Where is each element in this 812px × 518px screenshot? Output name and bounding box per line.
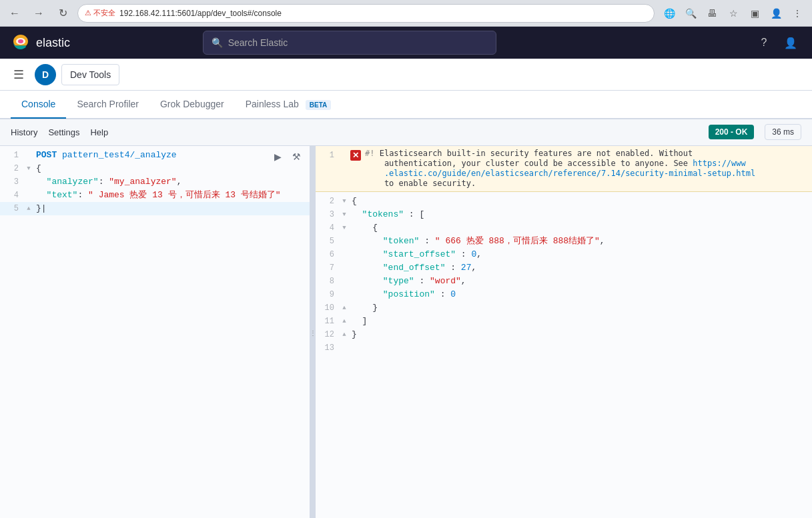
tab-painless-lab[interactable]: Painless Lab BETA — [235, 91, 342, 119]
code-line: 12 ▲ } — [316, 328, 812, 341]
help-button[interactable]: Help — [90, 125, 108, 140]
code-line: 3 "analyzer": "my_analyzer", — [0, 175, 310, 189]
code-line: 11 ▲ ] — [316, 315, 812, 328]
translate-btn[interactable]: 🌐 — [660, 4, 679, 23]
warning-text: #! Elasticsearch built-in security featu… — [365, 149, 755, 188]
browser-actions: 🌐 🔍 🖶 ☆ ▣ 👤 ⋮ — [660, 4, 807, 23]
beta-badge: BETA — [306, 100, 331, 110]
search-placeholder: Search Elastic — [228, 37, 288, 48]
security-warning: ⚠ 不安全 — [85, 8, 115, 18]
tab-search-profiler[interactable]: Search Profiler — [66, 91, 149, 119]
header-right: ? 👤 — [753, 32, 801, 53]
svg-point-2 — [18, 39, 23, 43]
forward-button[interactable]: → — [29, 4, 48, 23]
code-line: 1 POST pattern_test4/_analyze — [0, 149, 310, 162]
elastic-header: elastic 🔍 Search Elastic ? 👤 — [0, 27, 812, 59]
editor-container: ▶ ⚒ 1 POST pattern_test4/_analyze 2 ▼ { … — [0, 146, 812, 518]
time-badge: 36 ms — [765, 124, 801, 140]
warning-close-button[interactable]: ✕ — [350, 150, 361, 161]
menu-btn[interactable]: ⋮ — [788, 4, 807, 23]
app-toolbar: ☰ D Dev Tools — [0, 59, 812, 91]
elastic-logo-text: elastic — [36, 36, 70, 50]
code-line: 3 ▼ "tokens" : [ — [316, 208, 812, 221]
pane-divider[interactable]: ⋮ — [310, 146, 316, 518]
split-view-btn[interactable]: ▣ — [745, 4, 764, 23]
right-editor-pane[interactable]: 1 ✕ #! Elasticsearch built-in security f… — [316, 146, 812, 518]
elastic-logo[interactable]: elastic — [11, 33, 70, 53]
user-icon-btn[interactable]: 👤 — [780, 32, 801, 53]
search-icon: 🔍 — [212, 37, 223, 48]
code-line: 8 "type" : "word", — [316, 275, 812, 288]
tab-bar: Console Search Profiler Grok Debugger Pa… — [0, 91, 812, 119]
left-editor-pane[interactable]: ▶ ⚒ 1 POST pattern_test4/_analyze 2 ▼ { … — [0, 146, 310, 518]
wrench-button[interactable]: ⚒ — [288, 149, 304, 165]
code-line: 4 ▼ { — [316, 221, 812, 235]
status-badge: 200 - OK — [709, 125, 755, 139]
dev-tools-button[interactable]: Dev Tools — [61, 64, 119, 85]
code-line: 10 ▲ } — [316, 301, 812, 315]
save-btn[interactable]: 🖶 — [703, 4, 721, 23]
back-button[interactable]: ← — [5, 4, 24, 23]
hamburger-menu[interactable]: ☰ — [8, 64, 29, 85]
tab-console[interactable]: Console — [11, 91, 66, 119]
warning-banner: ✕ #! Elasticsearch built-in security fea… — [349, 149, 812, 189]
code-line: 6 "start_offset" : 0, — [316, 248, 812, 261]
code-line: 4 "text": " James 热爱 13 号，可惜后来 13 号结婚了" — [0, 189, 310, 202]
right-code-content[interactable]: 2 ▼ { 3 ▼ "tokens" : [ 4 ▼ { 5 "toke — [316, 192, 812, 357]
code-line: 9 "position" : 0 — [316, 288, 812, 301]
user-avatar[interactable]: D — [35, 64, 56, 85]
settings-button[interactable]: Settings — [48, 125, 79, 140]
help-icon-btn[interactable]: ? — [753, 32, 775, 53]
code-line: 2 ▼ { — [0, 162, 310, 175]
history-button[interactable]: History — [11, 125, 37, 140]
elastic-search-bar[interactable]: 🔍 Search Elastic — [203, 31, 496, 55]
code-line: 13 — [316, 341, 812, 355]
bookmark-btn[interactable]: ☆ — [724, 4, 743, 23]
editor-toolbar: ▶ ⚒ — [270, 149, 304, 165]
code-line: 5 "token" : " 666 热爱 888，可惜后来 888结婚了", — [316, 235, 812, 248]
address-text: 192.168.42.111:5601/app/dev_tools#/conso… — [119, 9, 282, 18]
reload-button[interactable]: ↻ — [53, 4, 72, 23]
profile-btn[interactable]: 👤 — [767, 4, 785, 23]
warning-line-num: 1 — [316, 149, 340, 162]
tab-grok-debugger[interactable]: Grok Debugger — [149, 91, 235, 119]
left-code-content[interactable]: 1 POST pattern_test4/_analyze 2 ▼ { 3 "a… — [0, 146, 310, 518]
elastic-logo-icon — [11, 33, 31, 53]
address-bar[interactable]: ⚠ 不安全 192.168.42.111:5601/app/dev_tools#… — [77, 4, 655, 23]
code-line: 7 "end_offset" : 27, — [316, 261, 812, 275]
code-line: 2 ▼ { — [316, 195, 812, 208]
zoom-btn[interactable]: 🔍 — [681, 4, 700, 23]
action-bar: History Settings Help 200 - OK 36 ms — [0, 119, 812, 146]
code-line: 5 ▲ }| — [0, 202, 310, 215]
run-button[interactable]: ▶ — [270, 149, 286, 165]
browser-chrome: ← → ↻ ⚠ 不安全 192.168.42.111:5601/app/dev_… — [0, 0, 812, 27]
